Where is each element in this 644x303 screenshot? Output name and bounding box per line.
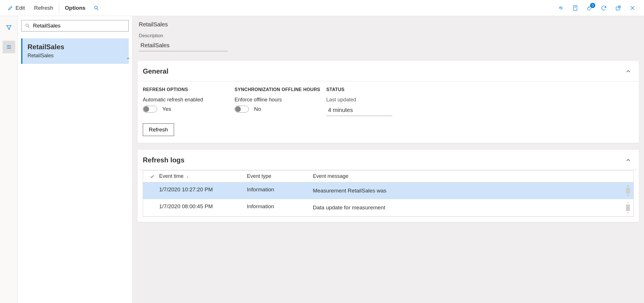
checkmark-icon: [150, 174, 155, 179]
last-updated-label: Last updated: [326, 97, 412, 103]
details-panel: RetailSales Description RetailSales Gene…: [132, 16, 644, 303]
list-item-title: RetailSales: [28, 43, 124, 51]
refresh-logs-card: Refresh logs Event time ↓: [138, 150, 639, 222]
list-search-input[interactable]: [33, 23, 125, 29]
toolbar-right: 0: [557, 4, 641, 12]
log-row[interactable]: 1/7/2020 08:00:45 PM Information Data up…: [143, 199, 633, 216]
enforce-offline-label: Enforce offline hours: [235, 97, 326, 103]
refresh-command-label: Refresh: [34, 5, 53, 11]
attachments-icon[interactable]: 0: [586, 4, 594, 12]
search-command-button[interactable]: [90, 3, 103, 13]
details-title: RetailSales: [139, 21, 639, 28]
list-rail-button[interactable]: [3, 41, 15, 53]
list-search-box[interactable]: [21, 20, 129, 32]
auto-refresh-toggle[interactable]: [143, 106, 157, 113]
attachments-badge: 0: [590, 3, 595, 8]
logs-table: Event time ↓ Event type Event message 1/…: [143, 170, 634, 217]
general-card-header[interactable]: General: [138, 61, 639, 81]
refresh-options-heading: REFRESH OPTIONS: [143, 87, 235, 92]
log-time: 1/7/2020 10:27:20 PM: [158, 186, 247, 195]
description-field[interactable]: RetailSales: [139, 40, 228, 51]
chevron-up-icon: [625, 157, 631, 163]
scroll-up-caret[interactable]: [126, 56, 130, 61]
col-event-message[interactable]: Event message: [313, 173, 630, 179]
search-icon: [93, 5, 99, 11]
toolbar-separator: [59, 3, 59, 13]
col-event-type[interactable]: Event type: [247, 173, 313, 179]
svg-point-0: [94, 6, 97, 9]
refresh-command-button[interactable]: Refresh: [30, 3, 58, 13]
log-time: 1/7/2020 08:00:45 PM: [158, 203, 247, 212]
general-card: General REFRESH OPTIONS Automatic refres…: [138, 61, 639, 143]
command-bar: Edit Refresh Options 0: [0, 0, 644, 16]
row-scroll[interactable]: [625, 202, 631, 214]
auto-refresh-label: Automatic refresh enabled: [143, 97, 235, 103]
edit-button[interactable]: Edit: [3, 3, 30, 13]
edit-label: Edit: [15, 5, 25, 11]
row-scroll[interactable]: [625, 185, 631, 197]
log-message: Measurement RetailSales was: [313, 186, 630, 195]
svg-rect-1: [573, 5, 577, 10]
refresh-logs-header[interactable]: Refresh logs: [138, 150, 639, 170]
log-type: Information: [247, 203, 313, 212]
pencil-icon: [7, 5, 13, 11]
sort-desc-icon: ↓: [187, 174, 189, 179]
options-button[interactable]: Options: [60, 3, 90, 13]
sync-offline-heading: SYNCHRONIZATION OFFLINE HOURS: [235, 87, 326, 92]
funnel-icon: [5, 24, 12, 31]
close-icon[interactable]: [629, 4, 637, 12]
filter-rail-button[interactable]: [3, 21, 15, 34]
list-icon: [5, 44, 12, 50]
log-row[interactable]: 1/7/2020 10:27:20 PM Information Measure…: [143, 182, 633, 199]
auto-refresh-value: Yes: [162, 106, 171, 112]
col-event-time[interactable]: Event time ↓: [158, 173, 247, 179]
svg-point-3: [26, 24, 28, 27]
general-heading: General: [143, 67, 168, 75]
entity-list: RetailSales RetailSales: [21, 38, 129, 64]
status-heading: STATUS: [326, 87, 412, 92]
description-label: Description: [139, 33, 639, 39]
enforce-offline-toggle[interactable]: [235, 106, 249, 113]
reload-icon[interactable]: [600, 4, 608, 12]
popout-icon[interactable]: [614, 4, 622, 12]
log-type: Information: [247, 186, 313, 195]
office-icon[interactable]: [571, 4, 579, 12]
linked-items-icon[interactable]: [557, 4, 565, 12]
logs-table-head: Event time ↓ Event type Event message: [143, 170, 633, 182]
search-icon: [25, 23, 30, 28]
list-panel: RetailSales RetailSales: [18, 16, 132, 303]
refresh-logs-heading: Refresh logs: [143, 156, 184, 164]
chevron-up-icon: [625, 68, 631, 74]
navigation-rail: [0, 16, 18, 303]
log-message: Data update for measurement: [313, 203, 630, 212]
select-all-check[interactable]: [147, 174, 158, 179]
enforce-offline-value: No: [254, 106, 261, 112]
options-label: Options: [65, 5, 85, 11]
last-updated-value[interactable]: 4 minutes: [326, 106, 392, 116]
refresh-button[interactable]: Refresh: [143, 123, 174, 136]
list-item[interactable]: RetailSales RetailSales: [21, 38, 129, 64]
list-item-subtitle: RetailSales: [28, 53, 124, 59]
